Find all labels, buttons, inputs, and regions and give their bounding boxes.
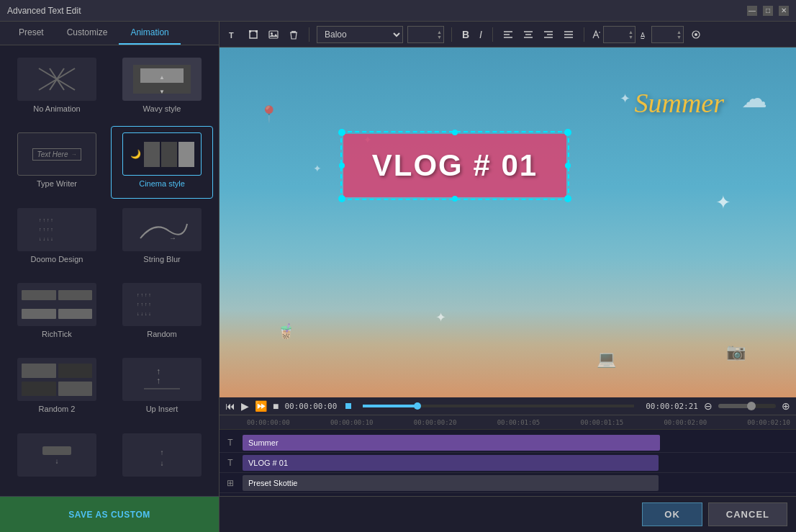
tab-customize[interactable]: Customize: [55, 22, 119, 45]
svg-text:↓: ↓: [55, 457, 59, 465]
svg-rect-26: [269, 31, 278, 38]
skip-back-button[interactable]: ⏮: [225, 400, 235, 412]
track-clip-vlog[interactable]: VLOG # 01: [243, 455, 659, 471]
align-justify-button[interactable]: [561, 29, 576, 40]
anim-random-2[interactable]: Random 2: [6, 351, 108, 423]
svg-text:↑ ↑ ↑ ↑: ↑ ↑ ↑ ↑: [137, 292, 151, 297]
letter-spacing-input[interactable]: 0: [604, 26, 627, 43]
ruler-label-0: 00:00:00:00: [247, 419, 290, 426]
timeline-ruler: 00:00:00:00 00:00:00:10 00:00:00:20 00:0…: [220, 415, 796, 430]
bottom-bar: OK CANCEL: [220, 496, 796, 532]
svg-text:▼: ▼: [159, 89, 165, 95]
track-clip-summer[interactable]: Summer: [243, 435, 660, 451]
play-button[interactable]: ▶: [241, 400, 249, 412]
font-size-input[interactable]: 90: [408, 26, 435, 43]
ok-button[interactable]: OK: [642, 502, 702, 526]
svg-text:↓ ↓ ↓ ↓: ↓ ↓ ↓ ↓: [137, 311, 151, 316]
anim-rich-tick[interactable]: RichTick: [6, 276, 108, 348]
track-clip-preset[interactable]: Preset Skottie: [243, 475, 659, 491]
fast-forward-button[interactable]: ⏩: [255, 400, 267, 412]
save-custom-button[interactable]: SAVE AS CUSTOM: [0, 496, 219, 532]
track-content-summer[interactable]: Summer: [241, 435, 796, 451]
bold-button[interactable]: B: [459, 27, 472, 42]
tab-preset[interactable]: Preset: [7, 22, 55, 45]
zoom-handle[interactable]: [747, 402, 756, 410]
right-panel: T Baloo 90 ▲ ▼ B: [220, 22, 796, 532]
align-center-button[interactable]: [520, 29, 536, 40]
doodle-camera: 📷: [726, 343, 746, 361]
svg-text:↑: ↑: [160, 448, 164, 456]
effects-button[interactable]: [688, 28, 704, 41]
timeline-progress-fill: [363, 405, 417, 407]
preview-canvas: Summer VLOG # 01: [220, 48, 796, 397]
track-label-vlog: VLOG # 01: [248, 459, 288, 467]
maximize-button[interactable]: □: [763, 6, 773, 16]
align-right-button[interactable]: [541, 29, 556, 40]
text-tool-button[interactable]: T: [225, 28, 241, 41]
anim-thumb-random-2: [17, 358, 96, 401]
svg-text:T: T: [229, 31, 234, 40]
ruler-label-2: 00:00:00:20: [414, 419, 457, 426]
anim-thumb-rich-tick: [17, 283, 96, 326]
stop-button[interactable]: ■: [273, 400, 279, 412]
zoom-in-button[interactable]: ⊕: [782, 400, 790, 412]
image-button[interactable]: [266, 28, 281, 41]
anim-label-no-animation: No Animation: [33, 104, 80, 113]
anim-label-string-blur: String Blur: [143, 255, 180, 263]
anim-string-blur[interactable]: → String Blur: [111, 202, 213, 274]
ruler-label-5: 00:00:02:00: [664, 419, 707, 426]
anim-up-insert[interactable]: ↑ ↑ Up Insert: [111, 351, 213, 423]
track-content-preset[interactable]: Preset Skottie: [241, 475, 796, 491]
delete-button[interactable]: [286, 28, 302, 41]
italic-button[interactable]: I: [476, 27, 485, 42]
align-left-button[interactable]: [500, 29, 516, 40]
anim-doomo-design[interactable]: ↑ ↑ ↑ ↑ ↑ ↑ ↑ ↑ ↓ ↓ ↓ ↓ Doomo Design: [6, 202, 108, 274]
tab-bar: Preset Customize Animation: [0, 22, 219, 45]
tab-animation[interactable]: Animation: [119, 22, 180, 45]
timeline-tracks: T Summer T VLOG # 01 ⊞: [220, 430, 796, 496]
line-spacing-input[interactable]: 0: [652, 26, 675, 43]
doodle-sparkle5: ✦: [313, 163, 322, 174]
anim-wavy-style[interactable]: ▲ ▼ Wavy style: [111, 51, 213, 123]
doodle-sparkle1: ✦: [620, 91, 630, 107]
track-label-summer: Summer: [248, 438, 279, 447]
svg-text:A̲: A̲: [641, 32, 646, 39]
anim-random[interactable]: ↑ ↑ ↑ ↑ ↑ ↑ ↑ ↑ ↓ ↓ ↓ ↓ Random: [111, 276, 213, 348]
minimize-button[interactable]: —: [747, 6, 757, 16]
track-icon-vlog: T: [220, 458, 241, 468]
toolbar-divider-4: [584, 27, 584, 42]
window-controls: — □ ✕: [747, 6, 789, 16]
doodle-sparkle4: ✦: [435, 310, 446, 325]
preview-area: Summer VLOG # 01: [220, 48, 796, 397]
anim-no-animation[interactable]: No Animation: [6, 51, 108, 123]
svg-text:↑ ↑ ↑ ↑: ↑ ↑ ↑ ↑: [39, 217, 53, 222]
zoom-slider[interactable]: [718, 404, 776, 408]
title-bar: Advanced Text Edit — □ ✕: [0, 0, 796, 22]
vlog-text: VLOG # 01: [372, 148, 538, 183]
doodle-cup: 🧋: [277, 323, 295, 340]
anim-cinema-style[interactable]: 🌙 Cinema style: [111, 126, 213, 198]
transform-button[interactable]: [245, 28, 261, 41]
track-label-preset: Preset Skottie: [248, 479, 297, 487]
anim-label-up-insert: Up Insert: [146, 405, 178, 413]
svg-text:↓ ↓ ↓ ↓: ↓ ↓ ↓ ↓: [39, 236, 53, 241]
cancel-button[interactable]: CANCEL: [708, 502, 787, 526]
svg-rect-18: [42, 446, 71, 455]
anim-type-writer[interactable]: Text Here → Type Writer: [6, 126, 108, 198]
anim-item-11[interactable]: ↓: [6, 427, 108, 490]
track-icon-summer: T: [220, 438, 241, 448]
anim-thumb-doomo-design: ↑ ↑ ↑ ↑ ↑ ↑ ↑ ↑ ↓ ↓ ↓ ↓: [17, 208, 96, 251]
anim-item-12[interactable]: ↑ ↓: [111, 427, 213, 490]
font-select[interactable]: Baloo: [317, 26, 403, 43]
anim-thumb-no-animation: [17, 58, 96, 101]
timeline-progress-bar[interactable]: [363, 405, 634, 407]
close-button[interactable]: ✕: [779, 6, 789, 16]
zoom-out-button[interactable]: ⊖: [704, 400, 713, 412]
track-row-summer: T Summer: [220, 433, 796, 453]
track-content-vlog[interactable]: VLOG # 01: [241, 455, 796, 471]
anim-label-doomo-design: Doomo Design: [31, 255, 83, 263]
anim-thumb-up-insert: ↑ ↑: [122, 358, 202, 401]
doodle-pin: 📍: [259, 105, 279, 124]
left-panel: Preset Customize Animation No Animation: [0, 22, 220, 532]
anim-label-rich-tick: RichTick: [42, 330, 72, 338]
